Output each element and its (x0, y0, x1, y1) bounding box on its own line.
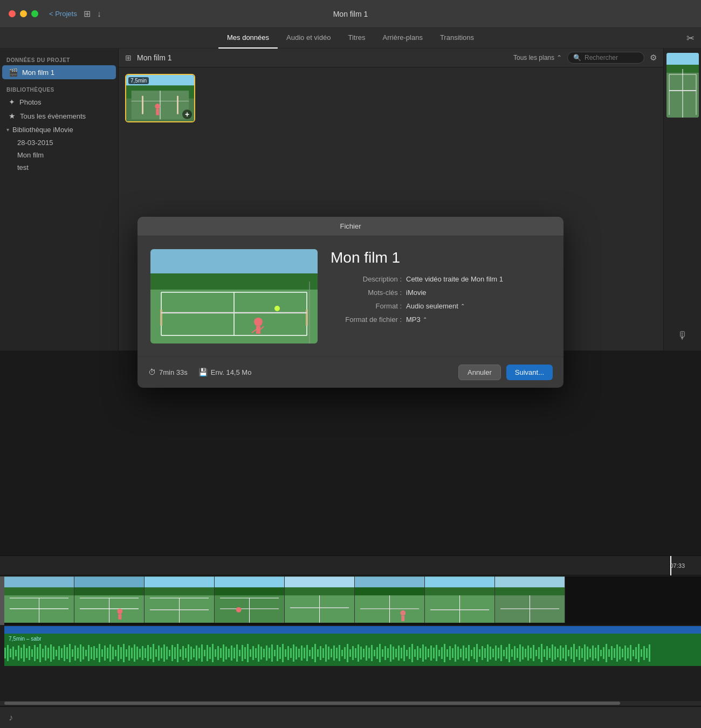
modal-body: Mon film 1 Description : Cette vidéo tra… (138, 236, 563, 356)
svg-rect-266 (465, 648, 467, 658)
svg-rect-247 (414, 649, 416, 657)
svg-rect-250 (422, 644, 424, 662)
svg-rect-295 (544, 649, 545, 657)
svg-rect-195 (274, 650, 276, 656)
close-button[interactable] (9, 10, 16, 17)
svg-rect-216 (331, 649, 332, 657)
svg-rect-105 (31, 649, 33, 657)
timeline-scrollbar[interactable] (0, 701, 701, 705)
svg-rect-103 (26, 648, 28, 658)
svg-point-36 (274, 306, 280, 311)
svg-rect-118 (66, 647, 68, 659)
svg-rect-245 (409, 647, 410, 659)
tab-transitions[interactable]: Transitions (431, 28, 483, 49)
svg-rect-113 (53, 647, 54, 660)
svg-rect-162 (185, 648, 187, 658)
svg-rect-291 (533, 645, 534, 661)
svg-rect-270 (476, 644, 478, 662)
svg-rect-213 (322, 648, 324, 658)
svg-rect-288 (525, 649, 526, 657)
modal-preview-svg (150, 249, 318, 344)
tab-mes-donnees[interactable]: Mes données (218, 28, 278, 49)
svg-rect-293 (538, 647, 540, 659)
playhead-line (670, 556, 671, 575)
video-frame-5 (285, 576, 355, 623)
svg-rect-305 (571, 647, 572, 659)
svg-rect-110 (45, 645, 46, 661)
modal-field-format: Format : Audio seulement ⌃ (331, 302, 551, 310)
svg-rect-328 (633, 650, 634, 656)
download-icon[interactable]: ↓ (97, 9, 101, 19)
svg-rect-180 (233, 648, 235, 658)
svg-point-81 (400, 610, 406, 616)
svg-rect-173 (215, 649, 216, 657)
svg-rect-53 (118, 614, 121, 620)
export-modal: Fichier (138, 217, 563, 388)
svg-rect-184 (244, 647, 246, 659)
magic-wand-icon[interactable]: ✂ (686, 32, 695, 44)
svg-rect-321 (614, 648, 615, 658)
modal-keywords-value[interactable]: iMovie (406, 289, 427, 297)
svg-rect-249 (420, 648, 421, 658)
svg-rect-242 (401, 648, 402, 658)
svg-rect-189 (258, 644, 259, 662)
svg-rect-146 (142, 646, 143, 660)
svg-rect-311 (587, 647, 588, 660)
svg-rect-164 (190, 647, 192, 660)
next-button[interactable]: Suivant... (506, 365, 553, 380)
modal-format-select[interactable]: Audio seulement ⌃ (406, 302, 465, 310)
svg-rect-227 (360, 647, 362, 660)
svg-rect-236 (384, 646, 386, 660)
svg-rect-119 (69, 644, 71, 662)
tab-audio-video[interactable]: Audio et vidéo (278, 28, 339, 49)
svg-rect-106 (34, 645, 36, 661)
modal-file-format-select[interactable]: MP3 ⌃ (406, 315, 427, 324)
music-note-icon[interactable]: ♪ (9, 713, 13, 723)
svg-rect-169 (204, 650, 205, 656)
svg-rect-283 (511, 649, 513, 657)
modal-footer: ⏱ 7min 33s 💾 Env. 14,5 Mo Annuler Suivan… (138, 356, 563, 388)
svg-rect-147 (145, 648, 146, 658)
svg-point-68 (236, 607, 242, 613)
svg-rect-121 (74, 645, 76, 661)
svg-rect-179 (231, 645, 232, 661)
svg-rect-155 (166, 647, 168, 660)
svg-rect-258 (444, 644, 445, 662)
svg-rect-96 (7, 645, 9, 661)
back-to-projects-button[interactable]: < Projets (49, 10, 77, 18)
cancel-button[interactable]: Annuler (458, 365, 501, 380)
maximize-button[interactable] (31, 10, 38, 17)
modal-description-value[interactable]: Cette vidéo traite de Mon film 1 (406, 275, 503, 283)
svg-rect-289 (527, 645, 529, 661)
video-track (0, 576, 701, 625)
svg-rect-177 (225, 647, 227, 660)
tab-titres[interactable]: Titres (339, 28, 374, 49)
svg-rect-235 (382, 649, 383, 657)
svg-rect-278 (498, 648, 499, 658)
svg-rect-140 (126, 649, 127, 657)
timeline-scroll-thumb[interactable] (4, 702, 620, 705)
svg-rect-318 (606, 644, 607, 662)
svg-rect-127 (91, 647, 92, 659)
modal-file-format-label: Format de fichier : (331, 315, 406, 324)
svg-rect-130 (99, 644, 100, 662)
minimize-button[interactable] (20, 10, 27, 17)
svg-rect-172 (212, 644, 214, 662)
svg-rect-274 (487, 644, 489, 662)
modal-info: Mon film 1 Description : Cette vidéo tra… (331, 249, 551, 344)
svg-rect-192 (266, 645, 267, 661)
svg-rect-308 (579, 646, 580, 660)
svg-rect-225 (355, 648, 356, 658)
svg-rect-207 (306, 645, 308, 661)
svg-rect-301 (560, 645, 561, 661)
tab-arriere-plans[interactable]: Arrière-plans (374, 28, 431, 49)
svg-rect-30 (306, 310, 308, 326)
svg-rect-333 (646, 648, 648, 658)
svg-rect-261 (452, 648, 453, 658)
svg-rect-220 (341, 650, 343, 656)
track-handle[interactable] (0, 576, 4, 625)
svg-rect-256 (438, 650, 440, 656)
grid-view-icon[interactable]: ⊞ (84, 9, 91, 19)
svg-rect-304 (568, 650, 569, 656)
svg-rect-303 (565, 645, 567, 661)
